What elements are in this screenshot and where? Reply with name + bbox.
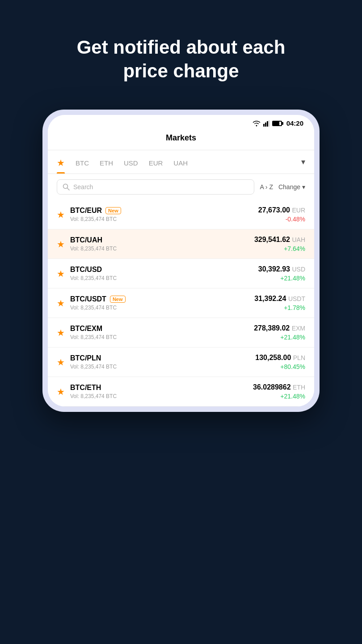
market-price: 36.0289862 ETH +21.48%: [253, 383, 305, 400]
market-info: BTC/UAH Vol: 8,235,474 BTC: [70, 236, 254, 252]
pair-name: BTC/EUR: [70, 207, 102, 215]
search-box[interactable]: Search: [57, 179, 254, 195]
signal-icon: [263, 120, 269, 127]
price-row: 36.0289862 ETH: [253, 383, 305, 391]
market-pair: BTC/EXM: [70, 325, 254, 333]
market-pair: BTC/USD: [70, 266, 258, 274]
price-row: 278,389.02 EXM: [254, 324, 305, 332]
tab-uah[interactable]: UAH: [173, 152, 188, 172]
hero-title: Get notified about each price change: [69, 36, 293, 83]
tab-eur[interactable]: EUR: [149, 152, 163, 172]
price-currency: PLN: [293, 354, 305, 361]
search-icon: [63, 183, 70, 191]
phone-screen: 04:20 Markets ★ BTC ETH USD EUR UAH ▾: [48, 115, 314, 407]
price-value: 30,392.93: [258, 265, 290, 273]
price-change: +80.45%: [255, 363, 305, 370]
svg-rect-2: [267, 121, 268, 127]
pair-name: BTC/ETH: [70, 384, 101, 392]
pair-name: BTC/PLN: [70, 354, 101, 362]
market-info: BTC/USD Vol: 8,235,474 BTC: [70, 266, 258, 281]
tabs-row: ★ BTC ETH USD EUR UAH ▾: [48, 150, 314, 174]
market-pair: BTC/ETH: [70, 384, 253, 392]
sort-change-icon: ▾: [302, 183, 305, 191]
tab-btc[interactable]: BTC: [76, 152, 89, 172]
market-volume: Vol: 8,235,474 BTC: [70, 246, 254, 252]
market-row[interactable]: ★ BTC/USD Vol: 8,235,474 BTC 30,392.93 U…: [48, 259, 314, 288]
market-volume: Vol: 8,235,474 BTC: [70, 216, 258, 222]
market-row[interactable]: ★ BTC/UAH Vol: 8,235,474 BTC 329,541.62 …: [48, 229, 314, 259]
pair-name: BTC/UAH: [70, 236, 102, 244]
market-pair: BTC/PLN: [70, 354, 255, 362]
market-row[interactable]: ★ BTC/EUR New Vol: 8,235,474 BTC 27,673.…: [48, 200, 314, 229]
new-badge: New: [110, 296, 126, 303]
market-info: BTC/PLN Vol: 8,235,474 BTC: [70, 354, 255, 370]
sort-change[interactable]: Change ▾: [278, 183, 305, 191]
market-pair: BTC/USDT New: [70, 295, 254, 303]
wifi-icon: [253, 120, 261, 127]
phone-mockup: 04:20 Markets ★ BTC ETH USD EUR UAH ▾: [42, 110, 320, 412]
price-value: 329,541.62: [254, 236, 290, 243]
price-value: 36.0289862: [253, 383, 291, 391]
price-row: 130,258.00 PLN: [255, 354, 305, 362]
market-pair: BTC/UAH: [70, 236, 254, 244]
svg-rect-1: [265, 123, 266, 127]
market-info: BTC/EXM Vol: 8,235,474 BTC: [70, 325, 254, 340]
market-info: BTC/EUR New Vol: 8,235,474 BTC: [70, 207, 258, 222]
star-icon: ★: [57, 298, 65, 309]
star-icon: ★: [57, 357, 65, 368]
star-icon: ★: [57, 158, 65, 168]
price-change: +1.78%: [254, 304, 305, 311]
price-value: 31,392.24: [254, 295, 286, 302]
star-icon: ★: [57, 268, 65, 279]
market-row[interactable]: ★ BTC/USDT New Vol: 8,235,474 BTC 31,392…: [48, 288, 314, 318]
star-icon: ★: [57, 239, 65, 250]
tab-usd[interactable]: USD: [124, 152, 138, 172]
market-pair: BTC/EUR New: [70, 207, 258, 215]
app-header: Markets: [48, 130, 314, 150]
price-value: 130,258.00: [255, 354, 291, 361]
tabs-dropdown[interactable]: ▾: [301, 157, 305, 167]
price-row: 329,541.62 UAH: [254, 236, 305, 244]
price-currency: UAH: [292, 236, 305, 243]
market-row[interactable]: ★ BTC/PLN Vol: 8,235,474 BTC 130,258.00 …: [48, 347, 314, 377]
price-change: +21.48%: [254, 334, 305, 341]
svg-rect-3: [269, 120, 269, 127]
pair-name: BTC/USD: [70, 266, 102, 274]
star-icon: ★: [57, 209, 65, 220]
price-currency: EUR: [292, 207, 305, 214]
price-currency: USDT: [288, 295, 305, 302]
price-currency: EXM: [292, 325, 305, 332]
price-change: +7.64%: [254, 245, 305, 252]
market-row[interactable]: ★ BTC/EXM Vol: 8,235,474 BTC 278,389.02 …: [48, 318, 314, 347]
pair-name: BTC/EXM: [70, 325, 102, 333]
page-title: Markets: [166, 133, 196, 142]
price-value: 27,673.00: [258, 206, 290, 214]
price-change: +21.48%: [258, 275, 305, 282]
status-bar: 04:20: [48, 115, 314, 130]
market-volume: Vol: 8,235,474 BTC: [70, 393, 253, 399]
price-row: 31,392.24 USDT: [254, 295, 305, 303]
price-row: 30,392.93 USD: [258, 265, 305, 273]
star-icon: ★: [57, 386, 65, 397]
market-list: ★ BTC/EUR New Vol: 8,235,474 BTC 27,673.…: [48, 200, 314, 407]
market-price: 130,258.00 PLN +80.45%: [255, 354, 305, 370]
price-change: -0.48%: [258, 216, 305, 223]
status-time: 04:20: [286, 119, 303, 127]
market-price: 31,392.24 USDT +1.78%: [254, 295, 305, 311]
price-value: 278,389.02: [254, 324, 290, 332]
market-volume: Vol: 8,235,474 BTC: [70, 334, 254, 340]
tab-star[interactable]: ★: [57, 150, 65, 174]
svg-line-5: [67, 188, 70, 191]
market-price: 30,392.93 USD +21.48%: [258, 265, 305, 282]
market-row[interactable]: ★ BTC/ETH Vol: 8,235,474 BTC 36.0289862 …: [48, 377, 314, 407]
market-price: 27,673.00 EUR -0.48%: [258, 206, 305, 223]
svg-rect-0: [263, 124, 265, 127]
price-currency: USD: [292, 266, 305, 273]
market-info: BTC/USDT New Vol: 8,235,474 BTC: [70, 295, 254, 311]
sort-az[interactable]: A › Z: [260, 183, 273, 191]
pair-name: BTC/USDT: [70, 295, 106, 303]
price-currency: ETH: [293, 384, 305, 391]
controls-row: Search A › Z Change ▾: [48, 174, 314, 200]
market-volume: Vol: 8,235,474 BTC: [70, 275, 258, 281]
tab-eth[interactable]: ETH: [100, 152, 113, 172]
